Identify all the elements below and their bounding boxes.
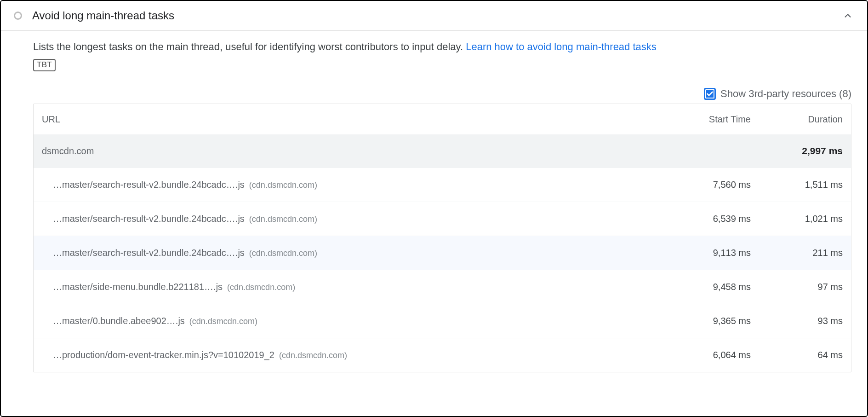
row-host: (cdn.dsmcdn.com) bbox=[249, 214, 317, 224]
row-url: …master/0.bundle.abee902….js bbox=[53, 316, 185, 326]
metric-badge-tbt: TBT bbox=[33, 59, 56, 71]
row-duration: 64 ms bbox=[751, 350, 843, 360]
row-duration: 1,511 ms bbox=[751, 180, 843, 190]
description-text: Lists the longest tasks on the main thre… bbox=[33, 41, 466, 52]
row-host: (cdn.dsmcdn.com) bbox=[249, 180, 317, 190]
audit-description: Lists the longest tasks on the main thre… bbox=[33, 39, 851, 54]
col-url: URL bbox=[42, 114, 659, 125]
table-row[interactable]: …production/dom-event-tracker.min.js?v=1… bbox=[34, 338, 851, 372]
row-url: …master/side-menu.bundle.b221181….js bbox=[53, 282, 223, 292]
table-row[interactable]: …master/search-result-v2.bundle.24bcadc…… bbox=[34, 236, 851, 270]
row-start-time: 6,064 ms bbox=[659, 350, 751, 360]
table-row[interactable]: …master/side-menu.bundle.b221181….js(cdn… bbox=[34, 270, 851, 304]
row-start-time: 6,539 ms bbox=[659, 214, 751, 224]
row-start-time: 9,458 ms bbox=[659, 282, 751, 292]
status-ring-icon bbox=[14, 12, 22, 20]
row-url: …production/dom-event-tracker.min.js?v=1… bbox=[53, 350, 274, 360]
row-duration: 211 ms bbox=[751, 248, 843, 258]
row-start-time: 9,365 ms bbox=[659, 316, 751, 326]
row-host: (cdn.dsmcdn.com) bbox=[279, 351, 347, 360]
audit-header[interactable]: Avoid long main-thread tasks bbox=[1, 1, 867, 31]
row-duration: 1,021 ms bbox=[751, 214, 843, 224]
table-row[interactable]: …master/0.bundle.abee902….js(cdn.dsmcdn.… bbox=[34, 304, 851, 338]
audit-body: Lists the longest tasks on the main thre… bbox=[1, 31, 867, 372]
row-url: …master/search-result-v2.bundle.24bcadc…… bbox=[53, 180, 245, 190]
audit-title: Avoid long main-thread tasks bbox=[32, 9, 841, 22]
table-row[interactable]: …master/search-result-v2.bundle.24bcadc…… bbox=[34, 202, 851, 236]
row-start-time: 9,113 ms bbox=[659, 248, 751, 258]
row-start-time: 7,560 ms bbox=[659, 180, 751, 190]
table-group-row[interactable]: dsmcdn.com 2,997 ms bbox=[34, 134, 851, 168]
row-url: …master/search-result-v2.bundle.24bcadc…… bbox=[53, 214, 245, 224]
audit-panel: Avoid long main-thread tasks Lists the l… bbox=[0, 0, 868, 417]
col-start-time: Start Time bbox=[659, 114, 751, 125]
tasks-table: URL Start Time Duration dsmcdn.com 2,997… bbox=[33, 104, 851, 372]
row-duration: 93 ms bbox=[751, 316, 843, 326]
row-host: (cdn.dsmcdn.com) bbox=[227, 283, 295, 292]
row-url: …master/search-result-v2.bundle.24bcadc…… bbox=[53, 248, 245, 258]
row-host: (cdn.dsmcdn.com) bbox=[249, 249, 317, 258]
chevron-up-icon[interactable] bbox=[841, 9, 854, 22]
table-row[interactable]: …master/search-result-v2.bundle.24bcadc…… bbox=[34, 168, 851, 202]
third-party-checkbox[interactable] bbox=[704, 88, 716, 100]
learn-more-link[interactable]: Learn how to avoid long main-thread task… bbox=[466, 41, 657, 52]
third-party-label: Show 3rd-party resources (8) bbox=[720, 88, 851, 100]
table-header: URL Start Time Duration bbox=[34, 104, 851, 134]
group-duration: 2,997 ms bbox=[751, 145, 843, 156]
group-host: dsmcdn.com bbox=[42, 146, 659, 156]
col-duration: Duration bbox=[751, 114, 843, 125]
row-duration: 97 ms bbox=[751, 282, 843, 292]
third-party-toggle-row: Show 3rd-party resources (8) bbox=[33, 88, 851, 100]
row-host: (cdn.dsmcdn.com) bbox=[189, 317, 257, 326]
